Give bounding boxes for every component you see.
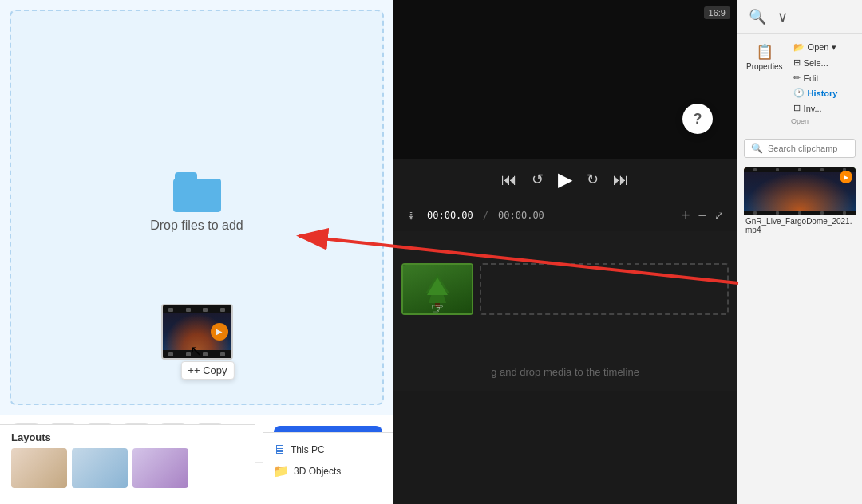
mic-icon: 🎙 [406, 209, 417, 222]
drop-zone[interactable]: Drop files to add ▶ [10, 10, 384, 405]
history-label: History [808, 89, 838, 98]
edit-label: Edit [804, 73, 819, 83]
layout-thumb-1[interactable] [11, 448, 67, 488]
layout-thumb-3[interactable] [132, 448, 188, 488]
time-current: 00:00.00 [427, 210, 473, 221]
media-filename: GnR_Live_FargoDome_2021.mp4 [744, 215, 856, 236]
film-hole [220, 352, 225, 356]
search-box-icon: 🔍 [751, 143, 763, 154]
invert-label: Inv... [804, 104, 822, 113]
ribbon-row: 📋 Properties 📂 Open ▾ ⊞ Sele... ✏ Edit [742, 41, 857, 115]
ribbon-section: 📋 Properties 📂 Open ▾ ⊞ Sele... ✏ Edit [737, 34, 862, 132]
properties-button[interactable]: 📋 Properties [742, 41, 787, 73]
this-pc-icon: 🖥 [273, 443, 286, 457]
playback-controls: ⏮ ↺ ▶ ↻ ⏭ [393, 159, 737, 199]
help-button[interactable]: ? [682, 104, 713, 134]
layouts-title: Layouts [11, 431, 244, 443]
file-explorer: 🖥 This PC 📁 3D Objects [263, 432, 393, 504]
zoom-out-icon[interactable]: − [698, 207, 706, 224]
drop-hint: g and drop media to the timeline [491, 366, 639, 378]
search-input[interactable] [768, 144, 848, 153]
properties-icon: 📋 [756, 43, 773, 61]
zoom-in-icon[interactable]: + [682, 207, 690, 224]
layout-thumb-2[interactable] [72, 448, 128, 488]
open-button[interactable]: 📂 Open ▾ [790, 41, 857, 54]
select-all-label: Sele... [804, 58, 828, 68]
layouts-preview [11, 448, 244, 488]
copy-badge: + + Copy [180, 361, 234, 380]
edit-icon: ✏ [793, 73, 801, 83]
aspect-ratio-badge: 16:9 [704, 6, 730, 19]
film-hole [203, 308, 208, 312]
film-hole [186, 308, 191, 312]
open-section-label: Open [742, 117, 857, 125]
film-hole [168, 352, 173, 356]
open-icon: 📂 [793, 42, 805, 53]
3d-objects-label: 3D Objects [294, 466, 341, 477]
video-clip[interactable]: ☞ [401, 263, 473, 315]
copy-label: + Copy [194, 364, 227, 376]
properties-label: Properties [746, 62, 783, 71]
film-hole [203, 352, 208, 356]
film-strip-top [163, 305, 231, 313]
timeline-zoom: + − ⤢ [682, 207, 724, 224]
empty-track [480, 263, 729, 315]
history-icon: 🕐 [793, 88, 805, 98]
invert-selection-button[interactable]: ⊟ Inv... [790, 101, 857, 115]
timeline-controls: 🎙 00:00.00 / 00:00.00 + − ⤢ [393, 199, 737, 231]
film-hole [168, 308, 173, 312]
time-divider: / [483, 210, 488, 221]
cursor-pointer: ↖ [190, 342, 202, 360]
layouts-section: Layouts [0, 424, 255, 504]
play-button[interactable]: ▶ [558, 168, 572, 191]
folder-icon [173, 172, 221, 212]
plus-icon: + [188, 364, 194, 376]
search-box[interactable]: 🔍 [744, 139, 856, 158]
invert-icon: ⊟ [793, 103, 801, 113]
select-all-icon: ⊞ [793, 57, 801, 68]
cursor-hand-icon: ☞ [431, 300, 444, 315]
rewind-button[interactable]: ↺ [532, 171, 544, 188]
fit-icon[interactable]: ⤢ [714, 209, 724, 222]
history-button[interactable]: 🕐 History [790, 86, 857, 100]
fast-forward-button[interactable]: ↻ [587, 171, 599, 188]
drop-text: Drop files to add [150, 219, 243, 233]
file-item-3dobjects[interactable]: 📁 3D Objects [271, 460, 386, 482]
right-panel: 🔍 ∨ 📋 Properties 📂 Open ▾ ⊞ Sele... [737, 0, 862, 504]
folder-3d-icon: 📁 [273, 463, 289, 478]
open-group: 📂 Open ▾ ⊞ Sele... ✏ Edit 🕐 History ⊟ [790, 41, 857, 115]
film-hole [220, 308, 225, 312]
time-total: 00:00.00 [498, 210, 544, 221]
file-item-thispc[interactable]: 🖥 This PC [271, 439, 386, 460]
right-toolbar: 🔍 ∨ [737, 0, 862, 34]
search-icon[interactable]: 🔍 [745, 6, 769, 27]
dropdown-icon[interactable]: ∨ [774, 6, 791, 27]
media-thumb-image: ▶ [744, 167, 856, 215]
media-thumbnail[interactable]: ▶ GnR_Live_FargoDome_2021.mp4 [744, 167, 856, 236]
open-label: Open ▾ [808, 42, 836, 53]
select-all-button[interactable]: ⊞ Sele... [790, 56, 857, 69]
timeline-area[interactable]: ☞ g and drop media to the timeline [393, 231, 737, 391]
timeline-track: ☞ [393, 255, 737, 323]
skip-forward-button[interactable]: ⏭ [613, 171, 629, 189]
edit-button[interactable]: ✏ Edit [790, 71, 857, 85]
skip-back-button[interactable]: ⏮ [501, 171, 517, 189]
this-pc-label: This PC [291, 444, 325, 455]
